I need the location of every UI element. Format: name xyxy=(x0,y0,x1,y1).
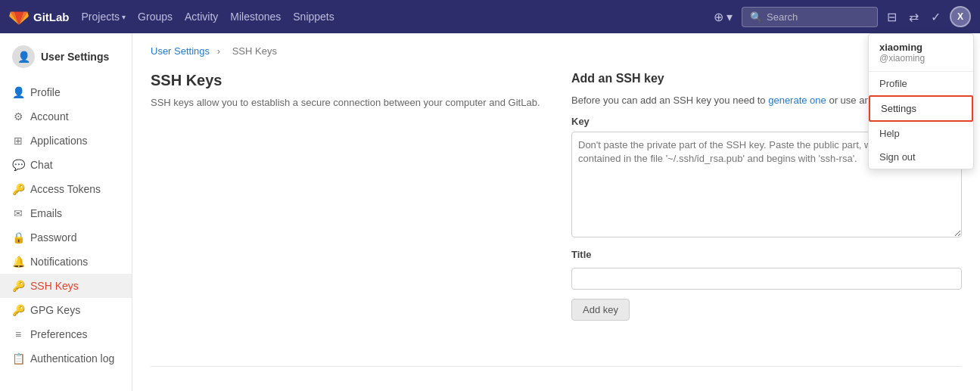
dropdown-user-info: xiaoming @xiaoming xyxy=(869,34,973,72)
sidebar-label-access-tokens: Access Tokens xyxy=(30,183,101,195)
nav-milestones[interactable]: Milestones xyxy=(230,11,281,23)
nav-projects[interactable]: Projects ▾ xyxy=(82,11,126,23)
sidebar-item-auth-log[interactable]: 📋 Authentication log xyxy=(0,346,132,371)
new-item-button[interactable]: ⊕ ▾ xyxy=(711,7,736,27)
title-input[interactable] xyxy=(571,268,962,290)
breadcrumb-parent[interactable]: User Settings xyxy=(151,45,210,57)
content-grid: SSH Keys SSH keys allow you to establish… xyxy=(151,72,962,391)
user-icon: 👤 xyxy=(12,45,35,68)
sidebar-item-account[interactable]: ⚙ Account xyxy=(0,104,132,129)
sidebar-item-profile[interactable]: 👤 Profile xyxy=(0,80,132,104)
sidebar-item-applications[interactable]: ⊞ Applications xyxy=(0,129,132,153)
sidebar-header: 👤 User Settings xyxy=(0,45,132,80)
preferences-icon: ≡ xyxy=(12,328,24,340)
auth-log-icon: 📋 xyxy=(12,352,24,365)
sidebar-item-chat[interactable]: 💬 Chat xyxy=(0,153,132,177)
applications-icon: ⊞ xyxy=(12,135,24,147)
access-tokens-icon: 🔑 xyxy=(12,183,24,195)
merge-requests-icon-btn[interactable]: ⇄ xyxy=(906,7,922,27)
sidebar-label-gpg-keys: GPG Keys xyxy=(30,304,80,316)
sidebar-label-auth-log: Authentication log xyxy=(30,352,114,365)
sidebar-label-preferences: Preferences xyxy=(30,328,87,340)
sidebar-label-account: Account xyxy=(30,110,69,123)
search-icon: 🔍 xyxy=(750,11,762,23)
layout-icon-btn[interactable]: ⊟ xyxy=(884,7,900,27)
sidebar-label-ssh-keys: SSH Keys xyxy=(30,280,79,292)
dropdown-settings[interactable]: Settings xyxy=(869,95,973,122)
projects-chevron-icon: ▾ xyxy=(122,13,126,21)
chat-icon: 💬 xyxy=(12,159,24,171)
topnav-right: ⊕ ▾ 🔍 ⊟ ⇄ ✓ X xyxy=(711,6,971,27)
dropdown-profile[interactable]: Profile xyxy=(869,72,973,95)
sidebar-item-gpg-keys[interactable]: 🔑 GPG Keys xyxy=(0,298,132,322)
sidebar-title: User Settings xyxy=(41,51,109,63)
sidebar-item-emails[interactable]: ✉ Emails xyxy=(0,201,132,225)
nav-groups[interactable]: Groups xyxy=(138,11,173,23)
breadcrumb-current: SSH Keys xyxy=(232,45,277,57)
gpg-keys-icon: 🔑 xyxy=(12,304,24,316)
password-icon: 🔒 xyxy=(12,231,24,244)
title-label: Title xyxy=(571,249,962,260)
sidebar-item-access-tokens[interactable]: 🔑 Access Tokens xyxy=(0,177,132,201)
generate-key-link[interactable]: generate one xyxy=(768,95,826,106)
add-key-button[interactable]: Add key xyxy=(571,299,630,321)
dropdown-handle: @xiaoming xyxy=(879,53,963,64)
search-input[interactable] xyxy=(767,11,870,23)
dropdown-username: xiaoming xyxy=(879,42,963,53)
sidebar-item-password[interactable]: 🔒 Password xyxy=(0,225,132,250)
ssh-keys-icon: 🔑 xyxy=(12,280,24,292)
user-dropdown-menu: xiaoming @xiaoming Profile Settings Help… xyxy=(868,33,974,169)
main-content: User Settings › SSH Keys SSH Keys SSH ke… xyxy=(132,33,980,391)
sidebar-label-password: Password xyxy=(30,231,76,244)
user-avatar-btn[interactable]: X xyxy=(950,6,971,27)
account-icon: ⚙ xyxy=(12,110,24,123)
topnav: GitLab Projects ▾ Groups Activity Milest… xyxy=(0,0,980,33)
sidebar-label-chat: Chat xyxy=(30,159,53,171)
profile-icon: 👤 xyxy=(12,86,24,98)
sidebar-label-notifications: Notifications xyxy=(30,256,88,268)
logo-text: GitLab xyxy=(33,11,70,23)
section-divider xyxy=(151,366,962,367)
notifications-icon: 🔔 xyxy=(12,256,24,268)
gitlab-logo[interactable]: GitLab xyxy=(9,7,70,26)
sidebar-label-profile: Profile xyxy=(30,86,61,98)
page-layout: 👤 User Settings 👤 Profile ⚙ Account ⊞ Ap… xyxy=(0,33,980,391)
dropdown-help[interactable]: Help xyxy=(869,122,973,145)
sidebar-label-emails: Emails xyxy=(30,207,62,219)
sidebar-label-applications: Applications xyxy=(30,135,88,147)
sidebar-item-preferences[interactable]: ≡ Preferences xyxy=(0,322,132,346)
section-description: SSH keys allow you to establish a secure… xyxy=(151,95,541,110)
emails-icon: ✉ xyxy=(12,207,24,219)
section-title: SSH Keys xyxy=(151,72,541,89)
todos-icon-btn[interactable]: ✓ xyxy=(928,7,944,27)
nav-snippets[interactable]: Snippets xyxy=(293,11,334,23)
breadcrumb: User Settings › SSH Keys xyxy=(151,45,962,57)
nav-activity[interactable]: Activity xyxy=(185,11,218,23)
sidebar-item-notifications[interactable]: 🔔 Notifications xyxy=(0,250,132,274)
search-box[interactable]: 🔍 xyxy=(742,7,878,27)
ssh-keys-left: SSH Keys SSH keys allow you to establish… xyxy=(151,72,541,321)
sidebar: 👤 User Settings 👤 Profile ⚙ Account ⊞ Ap… xyxy=(0,33,132,391)
sidebar-item-ssh-keys[interactable]: 🔑 SSH Keys xyxy=(0,274,132,298)
dropdown-signout[interactable]: Sign out xyxy=(869,145,973,169)
